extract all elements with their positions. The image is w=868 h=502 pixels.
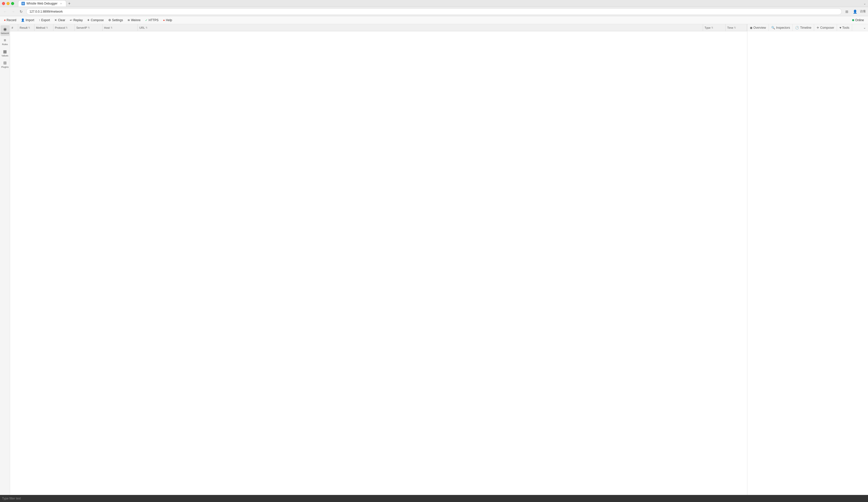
url-sort-icon: ⇅ <box>146 27 148 29</box>
main-layout: ◉ Network ≡ Rules ▦ Values ⊞ Plugins # R… <box>0 24 868 495</box>
https-button[interactable]: ✓ HTTPS <box>143 18 161 23</box>
plugins-label: Plugins <box>1 66 9 68</box>
col-protocol-header[interactable]: Protocol ⇅ <box>53 24 75 31</box>
col-url-header[interactable]: URL ⇅ <box>138 24 703 31</box>
col-serverip-header[interactable]: ServerIP ⇅ <box>75 24 103 31</box>
composer-icon: ✈ <box>817 26 819 30</box>
maximize-button[interactable] <box>11 2 14 5</box>
tools-icon: ♥ <box>839 26 841 30</box>
refresh-button[interactable]: ↻ <box>18 9 24 14</box>
help-label: Help <box>166 18 172 22</box>
weinre-icon: ≋ <box>127 18 130 22</box>
https-label: HTTPS <box>148 18 158 22</box>
filter-input[interactable] <box>2 497 866 500</box>
col-host-header[interactable]: Host ⇅ <box>103 24 138 31</box>
address-bar-right: ⊞ 👤 访客 <box>844 9 866 14</box>
tab-timeline[interactable]: 🕐 Timeline <box>793 24 814 31</box>
inspectors-icon: 🔍 <box>771 26 775 30</box>
import-label: Import <box>26 18 34 22</box>
forward-button[interactable]: → <box>10 9 16 14</box>
browser-tab[interactable]: W Whistle Web Debugger × <box>18 0 66 7</box>
rules-label: Rules <box>2 43 8 45</box>
lang-label: 访客 <box>860 9 866 13</box>
new-tab-button[interactable]: + <box>66 0 72 7</box>
panel-body <box>747 31 868 495</box>
help-button[interactable]: ● Help <box>161 18 174 23</box>
timeline-label: Timeline <box>800 26 811 30</box>
composer-label: Composer <box>820 26 834 30</box>
content-area: # Result ⇅ Method ⇅ Protocol ⇅ ServerIP … <box>10 24 747 495</box>
online-label: Online <box>855 18 864 22</box>
network-label: Network <box>1 32 9 34</box>
tab-inspectors[interactable]: 🔍 Inspectors <box>769 24 793 31</box>
app-toolbar: ■ Record 👤 Import ↑ Export ✕ Clear ↩ Rep… <box>0 16 868 24</box>
online-dot <box>852 19 854 21</box>
extensions-icon[interactable]: ⊞ <box>844 9 850 14</box>
inspectors-label: Inspectors <box>776 26 790 30</box>
type-sort-icon: ⇅ <box>711 27 713 29</box>
values-icon: ▦ <box>3 49 7 54</box>
record-icon: ■ <box>4 19 6 21</box>
table-body <box>10 31 747 495</box>
back-button[interactable]: ← <box>2 9 8 14</box>
col-result-header[interactable]: Result ⇅ <box>18 24 34 31</box>
col-protocol-label: Protocol <box>55 26 65 29</box>
https-icon: ✓ <box>145 18 148 22</box>
compose-icon: ✈ <box>87 18 90 22</box>
col-type-header[interactable]: Type ⇅ <box>703 24 726 31</box>
sidebar-item-network[interactable]: ◉ Network <box>0 25 10 36</box>
compose-button[interactable]: ✈ Compose <box>85 18 105 23</box>
col-type-label: Type <box>704 26 711 29</box>
title-bar-right: ⌄ <box>864 2 866 5</box>
tab-close-button[interactable]: × <box>59 1 63 6</box>
traffic-lights <box>2 2 14 5</box>
import-button[interactable]: 👤 Import <box>19 18 36 23</box>
rules-icon: ≡ <box>4 38 6 43</box>
online-badge[interactable]: Online <box>850 18 866 23</box>
time-sort-icon: ⇅ <box>734 27 736 29</box>
clear-label: Clear <box>58 18 65 22</box>
col-time-header[interactable]: Time ⇅ <box>726 24 747 31</box>
tab-composer[interactable]: ✈ Composer <box>814 24 837 31</box>
values-label: Values <box>1 54 8 57</box>
panel-tab-more[interactable]: ⌄ <box>861 24 868 31</box>
overview-label: Overview <box>753 26 766 30</box>
tab-overview[interactable]: ◉ Overview <box>747 24 769 31</box>
col-method-label: Method <box>36 26 45 29</box>
profile-button[interactable]: 👤 <box>852 9 858 14</box>
tools-label: Tools <box>842 26 849 30</box>
replay-button[interactable]: ↩ Replay <box>68 18 85 23</box>
export-label: Export <box>41 18 50 22</box>
help-icon: ● <box>163 18 165 22</box>
method-sort-icon: ⇅ <box>46 27 48 29</box>
chevron-icon: ⌄ <box>864 2 866 5</box>
minimize-button[interactable] <box>7 2 10 5</box>
settings-button[interactable]: ⚙ Settings <box>106 18 125 23</box>
col-method-header[interactable]: Method ⇅ <box>34 24 53 31</box>
record-button[interactable]: ■ Record <box>2 18 18 23</box>
col-hash-header[interactable]: # <box>10 24 18 31</box>
timeline-icon: 🕐 <box>795 26 799 30</box>
more-icon: ⌄ <box>863 26 866 30</box>
address-input[interactable] <box>26 8 842 15</box>
compose-label: Compose <box>91 18 104 22</box>
tab-bar: W Whistle Web Debugger × + <box>18 0 861 7</box>
sidebar-item-values[interactable]: ▦ Values <box>0 48 10 59</box>
serverip-sort-icon: ⇅ <box>88 27 90 29</box>
clear-button[interactable]: ✕ Clear <box>52 18 67 23</box>
close-button[interactable] <box>2 2 5 5</box>
weinre-button[interactable]: ≋ Weinre <box>125 18 143 23</box>
settings-icon: ⚙ <box>108 18 111 22</box>
sidebar-item-rules[interactable]: ≡ Rules <box>0 37 10 47</box>
col-result-label: Result <box>20 26 28 29</box>
right-panel-tabs: ◉ Overview 🔍 Inspectors 🕐 Timeline ✈ Com… <box>747 24 868 31</box>
overview-icon: ◉ <box>750 26 752 30</box>
replay-icon: ↩ <box>70 18 72 22</box>
tab-tools[interactable]: ♥ Tools <box>837 24 852 31</box>
export-button[interactable]: ↑ Export <box>37 18 52 23</box>
tab-favicon: W <box>21 2 25 5</box>
col-url-label: URL <box>139 26 145 29</box>
plugins-icon: ⊞ <box>3 61 7 65</box>
sidebar-item-plugins[interactable]: ⊞ Plugins <box>0 59 10 70</box>
import-icon: 👤 <box>21 18 25 22</box>
